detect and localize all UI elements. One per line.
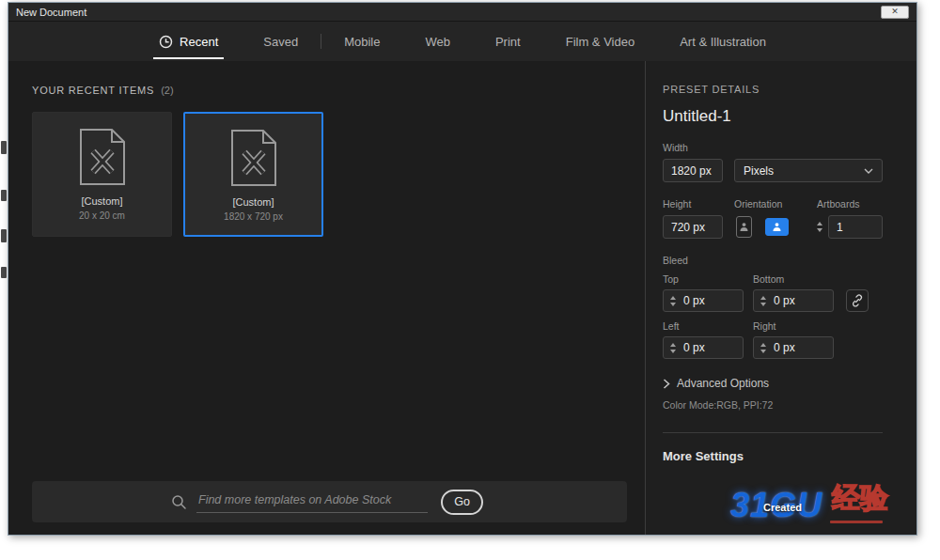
tab-label: Mobile [344, 35, 380, 49]
tab-saved[interactable]: Saved [241, 22, 321, 61]
clock-icon [159, 35, 173, 49]
tab-print[interactable]: Print [473, 22, 543, 61]
tab-film-video[interactable]: Film & Video [543, 22, 657, 61]
stepper-up-icon[interactable] [670, 343, 676, 347]
stepper-up-icon[interactable] [760, 343, 766, 347]
recent-items-grid: [Custom] 20 x 20 cm [Custom] 1820 x 720 … [32, 112, 645, 237]
link-icon [850, 293, 865, 308]
more-settings-button[interactable]: More Settings [663, 449, 744, 463]
tab-label: Print [495, 35, 521, 49]
bleed-left-label: Left [663, 320, 744, 332]
width-input[interactable] [663, 159, 723, 182]
orientation-portrait-icon[interactable] [736, 216, 752, 238]
bleed-left-stepper[interactable] [670, 343, 676, 353]
artboards-label: Artboards [817, 198, 860, 210]
desktop-edge-artifact [1, 267, 7, 278]
bleed-bottom-field[interactable]: 0 px [753, 289, 834, 312]
tab-web[interactable]: Web [402, 22, 473, 61]
stock-search-input[interactable] [196, 490, 428, 513]
bleed-right-stepper[interactable] [760, 343, 766, 353]
stepper-down-icon[interactable] [670, 350, 676, 353]
bleed-left-value: 0 px [683, 341, 705, 354]
orientation-group [734, 216, 817, 238]
recent-item-card-selected[interactable]: [Custom] 1820 x 720 px [183, 112, 323, 237]
bleed-grid: Top Bottom 0 px 0 px Left Right 0 px [663, 273, 883, 359]
watermark-overlay-text: Created [763, 502, 802, 513]
tab-label: Recent [180, 35, 218, 49]
title-bar[interactable]: New Document ✕ [8, 3, 916, 22]
artboards-input[interactable] [828, 215, 883, 239]
recent-item-card[interactable]: [Custom] 20 x 20 cm [32, 112, 172, 237]
desktop-edge-artifact [1, 229, 7, 242]
document-icon [75, 128, 130, 186]
landscape-person-icon [772, 222, 782, 232]
close-button[interactable]: ✕ [881, 6, 909, 19]
stock-search-bar: Go [32, 481, 627, 522]
document-icon [227, 129, 281, 187]
tab-label: Saved [263, 35, 298, 49]
orientation-landscape-icon[interactable] [765, 218, 789, 236]
bleed-bottom-value: 0 px [774, 294, 795, 307]
height-label: Height [663, 198, 734, 210]
artboards-stepper[interactable] [817, 222, 822, 232]
card-subtitle: 1820 x 720 px [224, 211, 283, 222]
width-label: Width [663, 142, 883, 153]
watermark-stamp-underline [830, 521, 883, 523]
dialog-content: YOUR RECENT ITEMS(2) [Custom] 20 x 20 cm [8, 61, 916, 535]
bleed-right-field[interactable]: 0 px [753, 336, 834, 359]
tab-bar: Recent Saved Mobile Web Print Film & Vid… [8, 22, 916, 61]
stepper-down-icon[interactable] [670, 303, 676, 306]
chevron-down-icon [864, 168, 873, 174]
stepper-down-icon[interactable] [760, 350, 766, 353]
bleed-bottom-stepper[interactable] [760, 296, 766, 306]
search-icon [171, 494, 187, 510]
stepper-up-icon[interactable] [670, 296, 676, 300]
recent-panel: YOUR RECENT ITEMS(2) [Custom] 20 x 20 cm [8, 61, 645, 535]
height-input[interactable] [663, 215, 723, 239]
portrait-person-icon [739, 222, 749, 232]
stepper-down-icon[interactable] [817, 228, 822, 232]
bleed-top-stepper[interactable] [670, 296, 676, 306]
desktop-edge-artifact [1, 190, 7, 201]
close-icon: ✕ [891, 7, 899, 16]
go-button[interactable]: Go [441, 490, 483, 515]
card-subtitle: 20 x 20 cm [79, 210, 125, 221]
bleed-label: Bleed [663, 255, 883, 266]
document-name[interactable]: Untitled-1 [663, 107, 883, 126]
color-mode-summary: Color Mode:RGB, PPI:72 [663, 399, 883, 411]
stepper-up-icon[interactable] [760, 296, 766, 300]
recent-items-count: (2) [161, 85, 173, 96]
bleed-top-field[interactable]: 0 px [663, 289, 744, 312]
bleed-bottom-label: Bottom [753, 273, 834, 285]
advanced-options-label: Advanced Options [677, 377, 769, 390]
card-title: [Custom] [232, 196, 274, 208]
width-row: Pixels [663, 159, 883, 182]
sidebar-divider [663, 432, 883, 433]
tab-mobile[interactable]: Mobile [321, 22, 402, 61]
stepper-up-icon[interactable] [817, 222, 822, 226]
preset-details-panel: PRESET DETAILS Untitled-1 Width Pixels H… [645, 61, 916, 535]
recent-items-heading-text: YOUR RECENT ITEMS [32, 85, 154, 96]
watermark-stamp: 经验 [832, 479, 888, 518]
bleed-link-button[interactable] [846, 289, 869, 312]
chevron-right-icon [663, 379, 670, 389]
card-title: [Custom] [81, 195, 122, 207]
bleed-top-label: Top [663, 273, 744, 285]
stock-search-inner: Go [171, 490, 483, 515]
bleed-right-label: Right [753, 320, 834, 332]
tab-recent[interactable]: Recent [136, 22, 241, 61]
bleed-left-field[interactable]: 0 px [663, 336, 744, 359]
preset-details-heading: PRESET DETAILS [663, 84, 883, 95]
height-orientation-row [663, 215, 883, 239]
new-document-dialog: New Document ✕ Recent Saved Mobile Web P… [8, 2, 917, 536]
tab-label: Web [425, 35, 450, 49]
desktop-edge-artifact [1, 141, 7, 154]
orientation-label: Orientation [734, 198, 817, 210]
height-orientation-labels: Height Orientation Artboards [663, 198, 883, 210]
stepper-down-icon[interactable] [760, 303, 766, 306]
advanced-options-toggle[interactable]: Advanced Options [663, 377, 883, 390]
bleed-right-value: 0 px [774, 341, 795, 354]
units-dropdown[interactable]: Pixels [734, 159, 883, 182]
tab-art-illustration[interactable]: Art & Illustration [657, 22, 789, 61]
window-title: New Document [16, 7, 86, 18]
